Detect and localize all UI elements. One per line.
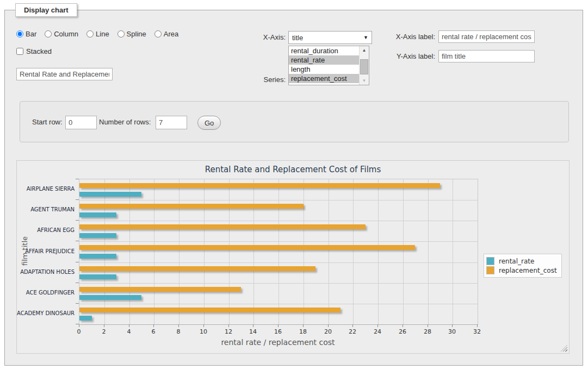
x-tick-label: 14 xyxy=(245,328,261,335)
series-options: rental_durationrental_ratelengthreplacem… xyxy=(289,46,359,85)
chart-type-option-column[interactable]: Column xyxy=(45,30,78,38)
y-tick-mark xyxy=(76,262,79,262)
series-list-label: Series: xyxy=(234,76,286,84)
legend-swatch-rental_rate xyxy=(486,257,494,265)
series-option-rental_rate[interactable]: rental_rate xyxy=(289,55,359,65)
chart-type-option-spline[interactable]: Spline xyxy=(117,30,146,38)
x-tick-mark xyxy=(253,324,253,327)
gridline-vertical xyxy=(129,179,130,324)
series-option-rental_duration[interactable]: rental_duration xyxy=(289,46,359,55)
category-label: ACE GOLDFINGER xyxy=(17,290,75,296)
chart-type-option-line[interactable]: Line xyxy=(86,30,109,38)
panel-legend: Display chart xyxy=(15,3,77,17)
chart-plot-area xyxy=(79,179,478,325)
series-listbox[interactable]: rental_durationrental_ratelengthreplacem… xyxy=(288,46,369,85)
y-tick-mark xyxy=(76,199,79,200)
chart-type-option-area[interactable]: Area xyxy=(154,30,178,38)
go-button[interactable]: Go xyxy=(197,116,221,130)
x-tick-mark xyxy=(278,324,278,327)
bar-rental_rate xyxy=(79,316,92,321)
gridline-vertical xyxy=(253,179,254,324)
chart-title-input[interactable] xyxy=(16,68,113,80)
chart-type-radio-column[interactable] xyxy=(45,30,52,37)
chart-type-radio-area[interactable] xyxy=(154,30,162,37)
bar-replacement_cost xyxy=(79,245,415,250)
chart-type-radio-line[interactable] xyxy=(86,30,94,37)
legend-item: rental_rate xyxy=(486,257,557,265)
category-label: AIRPLANE SIERRA xyxy=(17,186,75,192)
scrollbar-up-icon[interactable]: ▲ xyxy=(360,46,369,54)
x-axis-label-label: X-Axis label: xyxy=(377,33,435,41)
bar-rental_rate xyxy=(79,233,116,238)
start-row-label: Start row: xyxy=(32,118,63,126)
bar-rental_rate xyxy=(79,192,141,197)
bar-rental_rate xyxy=(79,254,116,259)
start-row-input[interactable] xyxy=(65,116,97,129)
gridline-vertical xyxy=(229,179,230,324)
x-tick-label: 0 xyxy=(71,328,86,335)
legend-label: rental_rate xyxy=(499,258,534,265)
category-label: AFFAIR PREJUDICE xyxy=(17,248,75,254)
legend-swatch-replacement_cost xyxy=(486,266,494,274)
scrollbar-down-icon[interactable]: ▼ xyxy=(360,77,369,85)
category-label: AGENT TRUMAN xyxy=(17,206,75,212)
x-tick-label: 28 xyxy=(420,328,435,335)
gridline-vertical xyxy=(154,179,154,324)
stacked-checkbox-row[interactable]: Stacked xyxy=(16,47,52,55)
chart-type-label: Spline xyxy=(127,30,146,38)
gridline-vertical xyxy=(353,179,354,324)
series-option-replacement_cost[interactable]: replacement_cost xyxy=(289,74,359,83)
y-axis-label-input[interactable] xyxy=(438,50,535,62)
app-window: Display chart BarColumnLineSplineArea St… xyxy=(0,0,588,370)
resize-handle-icon[interactable] xyxy=(561,345,567,352)
y-tick-mark xyxy=(76,179,79,179)
x-tick-mark xyxy=(352,324,353,327)
bar-replacement_cost xyxy=(79,287,241,292)
gridline-vertical xyxy=(104,179,105,324)
category-label: AFRICAN EGG xyxy=(17,227,75,233)
num-rows-input[interactable] xyxy=(156,116,187,129)
y-axis-label-label: Y-Axis label: xyxy=(377,52,435,60)
gridline-vertical xyxy=(403,179,404,324)
gridline-vertical xyxy=(378,179,379,324)
chart-type-radio-bar[interactable] xyxy=(16,30,23,37)
series-scrollbar[interactable]: ▲ ▼ xyxy=(359,46,369,85)
gridline-horizontal xyxy=(79,241,478,242)
gridline-horizontal xyxy=(79,200,478,200)
bar-replacement_cost xyxy=(79,204,304,209)
x-axis-select[interactable]: title ▼ xyxy=(288,31,372,44)
x-tick-mark xyxy=(303,324,304,327)
x-tick-mark xyxy=(104,324,104,327)
x-tick-mark xyxy=(452,324,453,327)
x-axis-label-input[interactable] xyxy=(438,30,535,43)
bar-rental_rate xyxy=(79,274,116,279)
gridline-vertical xyxy=(278,179,279,324)
chart-type-radio-spline[interactable] xyxy=(117,30,125,37)
x-tick-mark xyxy=(228,324,229,327)
x-tick-label: 20 xyxy=(320,328,336,335)
category-label: ADAPTATION HOLES xyxy=(17,269,75,275)
x-tick-label: 4 xyxy=(121,328,137,335)
gridline-vertical xyxy=(204,179,205,324)
legend-item: replacement_cost xyxy=(486,266,557,274)
chart-title: Rental Rate and Replacement Cost of Film… xyxy=(17,165,569,174)
y-tick-mark xyxy=(76,303,79,304)
x-tick-mark xyxy=(328,324,329,327)
chart-type-label: Area xyxy=(164,30,178,38)
series-option-length[interactable]: length xyxy=(289,65,359,74)
y-tick-mark xyxy=(76,220,79,221)
gridline-horizontal xyxy=(79,262,478,263)
bar-rental_rate xyxy=(79,212,116,217)
chart-type-option-bar[interactable]: Bar xyxy=(16,30,36,38)
gridline-horizontal xyxy=(79,304,478,304)
chart-type-label: Bar xyxy=(26,30,36,38)
x-tick-mark xyxy=(79,324,79,327)
gridline-vertical xyxy=(179,179,180,324)
stacked-checkbox[interactable] xyxy=(16,48,23,55)
scrollbar-thumb[interactable] xyxy=(360,59,368,74)
x-tick-mark xyxy=(153,324,154,327)
x-tick-label: 32 xyxy=(469,328,485,335)
gridline-vertical xyxy=(428,179,429,324)
chart-container: Rental Rate and Replacement Cost of Film… xyxy=(16,160,570,354)
legend-label: replacement_cost xyxy=(499,267,557,274)
